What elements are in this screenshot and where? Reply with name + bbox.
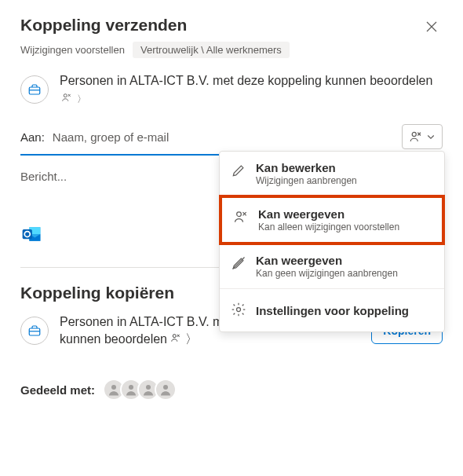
perm-option-sub: Wijzigingen aanbrengen <box>256 175 357 186</box>
recipient-label: Aan: <box>20 130 45 144</box>
perm-option-title: Kan bewerken <box>256 161 357 174</box>
svg-point-16 <box>163 385 168 390</box>
close-icon <box>425 20 438 33</box>
sensitivity-badge: Vertrouwelijk \ Alle werknemers <box>133 42 290 58</box>
perm-option-edit[interactable]: Kan bewerken Wijzigingen aanbrengen <box>220 152 444 196</box>
svg-point-4 <box>64 93 67 97</box>
svg-point-14 <box>129 385 133 390</box>
pencil-icon <box>231 163 246 181</box>
svg-line-18 <box>233 258 245 269</box>
perm-option-sub: Kan alleen wijzigingen voorstellen <box>258 222 399 233</box>
svg-rect-2 <box>29 87 40 94</box>
svg-point-17 <box>237 212 242 217</box>
avatar <box>155 379 177 401</box>
perm-option-view-only[interactable]: Kan weergeven Kan geen wijzigingen aanbr… <box>220 244 444 288</box>
dialog-title: Koppeling verzenden <box>20 16 187 35</box>
no-edit-icon <box>231 255 246 274</box>
link-settings-option[interactable]: Instellingen voor koppeling <box>220 289 444 331</box>
dialog-subtitle: Wijzigingen voorstellen <box>20 44 125 56</box>
person-suggest-icon <box>233 209 249 228</box>
briefcase-icon <box>20 75 49 104</box>
svg-rect-10 <box>29 328 40 335</box>
person-view-icon <box>170 332 184 346</box>
gear-icon <box>231 302 246 320</box>
perm-option-title: Kan weergeven <box>256 254 398 267</box>
perm-option-sub: Kan geen wijzigingen aanbrengen <box>256 268 398 279</box>
permission-dropdown: Kan bewerken Wijzigingen aanbrengen Kan … <box>219 151 445 332</box>
chevron-down-icon <box>426 132 436 141</box>
permission-dropdown-button[interactable] <box>402 124 443 149</box>
chevron-right-icon: 〉 <box>77 93 86 105</box>
perm-option-title: Kan weergeven <box>258 207 399 221</box>
person-view-icon <box>61 90 72 108</box>
link-settings-label: Instellingen voor koppeling <box>256 304 409 317</box>
link-scope-row[interactable]: Personen in ALTA-ICT B.V. met deze koppe… <box>20 72 443 107</box>
recipient-input[interactable] <box>53 130 388 144</box>
close-button[interactable] <box>421 16 443 40</box>
outlook-icon[interactable] <box>20 223 42 245</box>
perm-option-view-suggest[interactable]: Kan weergeven Kan alleen wijzigingen voo… <box>219 195 445 245</box>
svg-point-5 <box>412 133 416 137</box>
svg-point-19 <box>237 308 241 312</box>
shared-avatars[interactable] <box>100 379 177 401</box>
svg-point-12 <box>173 334 177 337</box>
person-view-icon <box>409 130 423 144</box>
svg-point-15 <box>146 385 151 390</box>
chevron-right-icon: 〉 <box>185 332 198 346</box>
svg-point-13 <box>111 385 116 390</box>
briefcase-icon <box>20 317 49 345</box>
link-scope-text: Personen in ALTA-ICT B.V. met deze koppe… <box>60 74 432 87</box>
shared-with-label: Gedeeld met: <box>20 383 95 397</box>
